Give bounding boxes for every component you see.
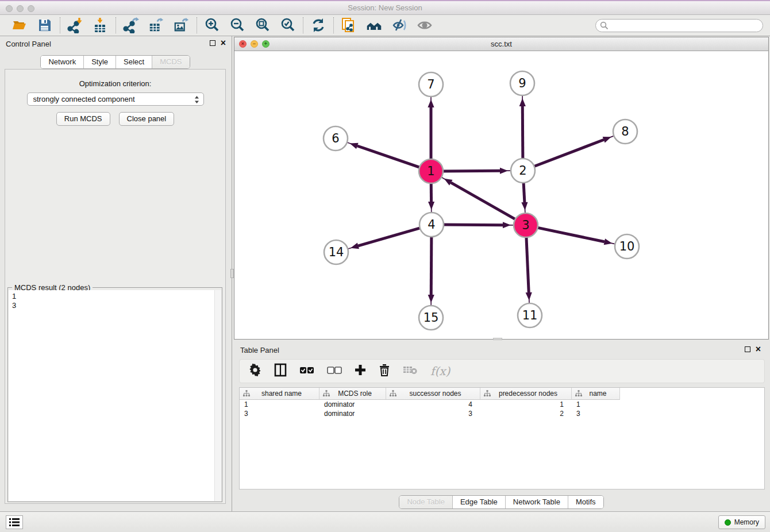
table-cell[interactable]: 4	[386, 400, 480, 409]
graph-edge-2-8[interactable]	[533, 136, 615, 167]
column-header-predecessor-nodes[interactable]: predecessor nodes	[480, 388, 572, 400]
table-cell[interactable]: 3	[240, 409, 319, 418]
table-cell[interactable]: 1	[480, 400, 572, 409]
graph-edge-3-10[interactable]	[537, 228, 616, 245]
network-view-window: × − + scc.txt 1234678910111415	[234, 37, 769, 340]
tab-mcds[interactable]: MCDS	[152, 56, 189, 68]
graph-edge-1-4[interactable]	[428, 182, 434, 213]
graph-node-8[interactable]: 8	[613, 119, 637, 144]
tab-style[interactable]: Style	[84, 56, 116, 68]
table-row[interactable]: 3dominator323	[240, 409, 764, 418]
table-tabs: Node TableEdge TableNetwork TableMotifs	[399, 495, 603, 509]
graph-edge-1-6[interactable]	[346, 142, 421, 167]
float-panel-icon[interactable]	[210, 40, 215, 46]
network-graph[interactable]: 1234678910111415	[234, 51, 768, 339]
svg-text:9: 9	[518, 76, 526, 90]
graph-edge-3-11[interactable]	[526, 236, 532, 304]
graph-node-6[interactable]: 6	[324, 126, 348, 151]
window-resize-grip[interactable]	[493, 338, 502, 340]
mcds-panel: Optimization criterion: strongly connect…	[5, 69, 226, 504]
show-graphics-details-icon[interactable]	[417, 17, 433, 33]
graph-node-2[interactable]: 2	[511, 159, 535, 183]
tab-select[interactable]: Select	[116, 56, 152, 68]
memory-button[interactable]: Memory	[718, 515, 765, 529]
table-cell[interactable]: dominator	[319, 400, 386, 409]
svg-text:14: 14	[329, 245, 344, 259]
graph-node-7[interactable]: 7	[419, 72, 443, 97]
close-table-panel-icon[interactable]: ×	[756, 346, 761, 353]
function-builder-icon[interactable]: f(x)	[430, 364, 450, 378]
delete-table-icon[interactable]	[403, 365, 418, 377]
graph-edge-4-3[interactable]	[442, 222, 514, 228]
zoom-selected-icon[interactable]	[280, 17, 296, 33]
table-cell[interactable]: 2	[480, 409, 572, 418]
graph-edge-4-15[interactable]	[428, 236, 434, 306]
close-panel-icon[interactable]: ×	[221, 40, 226, 47]
run-mcds-button[interactable]: Run MCDS	[56, 112, 110, 126]
add-column-icon[interactable]	[355, 364, 366, 378]
graph-node-11[interactable]: 11	[518, 303, 542, 327]
first-neighbors-icon[interactable]	[366, 17, 382, 33]
tab-motifs[interactable]: Motifs	[568, 496, 603, 508]
zoom-fit-icon[interactable]	[255, 17, 271, 33]
export-table-icon[interactable]	[148, 17, 164, 33]
graph-edge-2-9[interactable]	[519, 95, 526, 160]
graph-node-14[interactable]: 14	[324, 240, 348, 264]
task-history-button[interactable]	[6, 515, 23, 529]
table-cell[interactable]: 3	[572, 409, 620, 418]
tab-network-table[interactable]: Network Table	[506, 496, 568, 508]
table-row[interactable]: 1dominator411	[240, 400, 764, 409]
delete-column-icon[interactable]	[379, 364, 390, 379]
table-cell[interactable]: 1	[572, 400, 620, 409]
column-header-name[interactable]: name	[572, 388, 620, 400]
export-network-icon[interactable]	[123, 17, 139, 33]
graph-edge-2-3[interactable]	[521, 182, 528, 214]
graph-edge-1-2[interactable]	[442, 168, 511, 174]
graph-edge-1-7[interactable]	[428, 96, 434, 160]
save-session-icon[interactable]	[37, 17, 53, 33]
export-image-icon[interactable]	[174, 17, 190, 33]
result-scrollbar[interactable]	[214, 290, 221, 501]
zoom-in-icon[interactable]	[204, 17, 220, 33]
svg-text:3: 3	[522, 218, 529, 232]
network-window-titlebar[interactable]: × − + scc.txt	[234, 37, 768, 51]
search-icon	[600, 21, 609, 30]
graph-node-9[interactable]: 9	[510, 71, 534, 95]
table-settings-icon[interactable]	[249, 364, 261, 379]
select-all-rows-icon[interactable]	[299, 365, 314, 377]
graph-node-10[interactable]: 10	[615, 234, 639, 259]
show-columns-icon[interactable]	[274, 363, 287, 379]
table-cell[interactable]: dominator	[319, 409, 386, 418]
close-panel-button[interactable]: Close panel	[119, 112, 175, 126]
graph-node-3[interactable]: 3	[514, 213, 538, 237]
zoom-out-icon[interactable]	[229, 17, 245, 33]
search-input[interactable]	[595, 19, 763, 32]
network-canvas[interactable]: 1234678910111415	[234, 51, 768, 339]
node-table[interactable]: shared nameMCDS rolesuccessor nodesprede…	[239, 387, 765, 489]
graph-node-1[interactable]: 1	[419, 159, 443, 183]
import-network-icon[interactable]	[67, 17, 83, 33]
tab-edge-table[interactable]: Edge Table	[453, 496, 506, 508]
import-table-icon[interactable]	[93, 17, 109, 33]
table-cell[interactable]: 3	[386, 409, 480, 418]
tab-node-table[interactable]: Node Table	[399, 496, 453, 508]
mcds-result-textarea[interactable]: 13	[9, 290, 221, 501]
graph-edge-4-14[interactable]	[347, 228, 421, 249]
graph-node-15[interactable]: 15	[419, 306, 443, 330]
column-header-shared-name[interactable]: shared name	[240, 388, 319, 400]
column-header-MCDS-role[interactable]: MCDS role	[319, 388, 386, 400]
result-line: 1	[12, 292, 218, 301]
optimization-criterion-select[interactable]: strongly connected component	[27, 92, 204, 106]
open-file-icon[interactable]	[11, 17, 28, 33]
graph-edge-3-1[interactable]	[441, 177, 516, 220]
unselect-all-rows-icon[interactable]	[327, 365, 342, 377]
float-table-panel-icon[interactable]	[745, 346, 750, 352]
new-network-from-selection-icon[interactable]	[341, 17, 357, 33]
refresh-icon[interactable]	[310, 17, 326, 33]
table-cell[interactable]: 1	[240, 400, 319, 409]
graph-node-4[interactable]: 4	[419, 213, 444, 237]
tab-network[interactable]: Network	[41, 56, 84, 68]
column-header-successor-nodes[interactable]: successor nodes	[386, 388, 480, 400]
hide-selected-icon[interactable]	[391, 17, 407, 33]
svg-text:11: 11	[522, 309, 538, 322]
